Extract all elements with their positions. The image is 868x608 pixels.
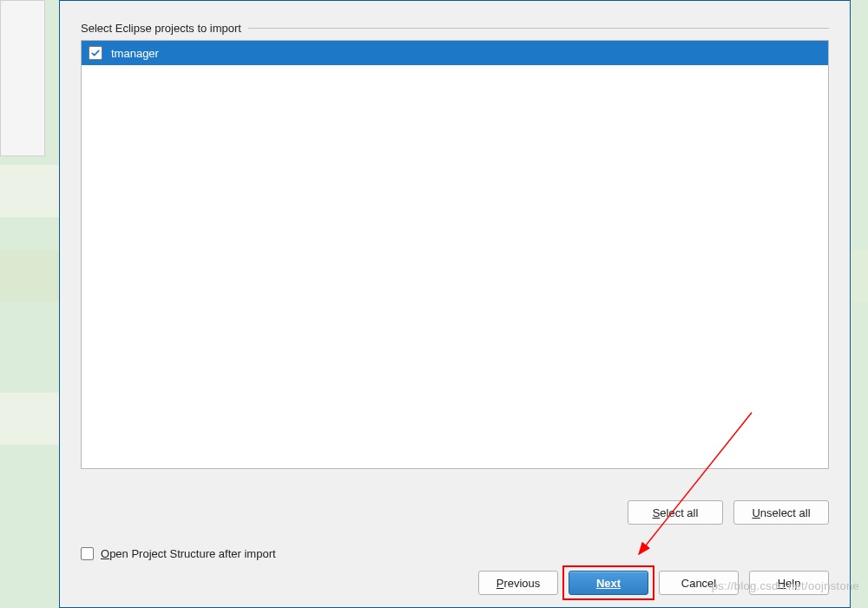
select-all-button[interactable]: Select all <box>628 500 723 525</box>
unselect-all-button[interactable]: Unselect all <box>733 500 829 525</box>
select-all-label: Select all <box>653 506 699 519</box>
next-button[interactable]: Next <box>569 571 648 595</box>
project-row[interactable]: tmanager <box>82 41 828 65</box>
next-label: Next <box>596 577 621 590</box>
open-project-structure-checkbox[interactable] <box>81 547 94 560</box>
watermark-text: ps://blog.csdn.net/oojnstone <box>712 579 859 592</box>
open-project-structure-label: Open Project Structure after import <box>101 547 276 560</box>
open-project-structure-row: Open Project Structure after import <box>81 547 829 560</box>
previous-button[interactable]: Previous <box>478 571 558 595</box>
background-band <box>0 393 59 445</box>
project-list[interactable]: tmanager <box>81 40 829 469</box>
background-panel <box>0 0 45 156</box>
group-divider <box>248 28 829 29</box>
select-buttons-row: Select all Unselect all <box>81 500 829 525</box>
unselect-all-label: Unselect all <box>752 506 810 519</box>
background-band <box>0 165 59 217</box>
check-icon <box>90 48 101 58</box>
project-checkbox[interactable] <box>89 46 102 60</box>
next-button-wrap: Next <box>569 571 648 595</box>
import-dialog: Select Eclipse projects to import tmanag… <box>59 0 851 608</box>
group-label: Select Eclipse projects to import <box>81 22 248 35</box>
background-band <box>0 250 59 302</box>
previous-label: Previous <box>496 577 541 590</box>
project-name: tmanager <box>111 47 159 60</box>
group-header: Select Eclipse projects to import <box>81 22 829 35</box>
background-band <box>851 250 868 302</box>
